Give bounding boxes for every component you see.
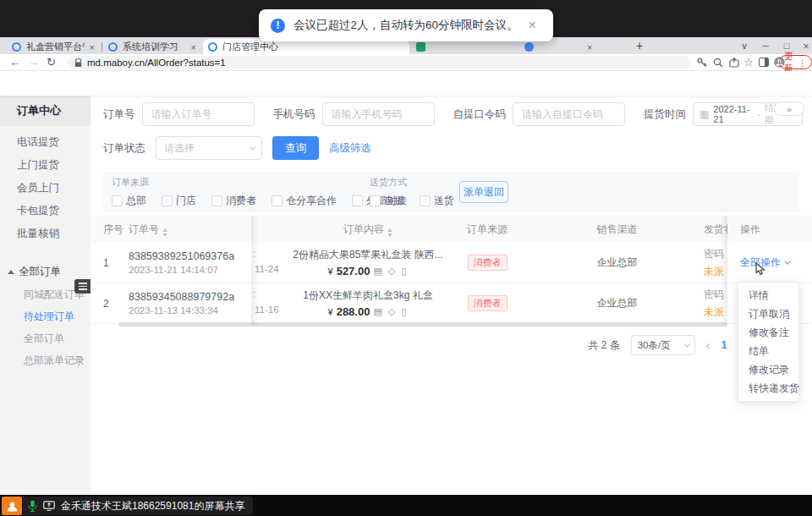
reload-icon[interactable]: ↻ [47, 56, 56, 69]
order-status-select[interactable]: 请选择 [156, 136, 262, 160]
checkbox-source-consumer[interactable]: 消费者 [211, 194, 256, 208]
sort-icon[interactable] [387, 228, 392, 237]
tab-divider [102, 42, 102, 52]
search-button[interactable]: 查询 [272, 136, 319, 160]
date-separator: - [757, 109, 760, 119]
header-order-no[interactable]: 订单号 [129, 222, 251, 237]
browser-tab-1[interactable]: 礼盒营销平台管理中心 × [7, 40, 100, 54]
more-menu-icon[interactable]: ⋮ [798, 58, 808, 68]
side-panel-icon[interactable] [759, 58, 769, 67]
lock-icon [74, 58, 82, 68]
source-tag: 消费者 [468, 295, 508, 311]
prev-page-button[interactable]: ‹ [706, 338, 710, 352]
checkbox-source-hq[interactable]: 总部 [112, 194, 146, 208]
checkbox-label: 仓分享合作 [286, 194, 337, 208]
table-row-2[interactable]: 2 83859345088979792a 2023-11-13 14:33:34… [91, 283, 812, 324]
browser-tab-5-partial[interactable]: × [519, 40, 601, 54]
checkbox-label: 总部 [126, 194, 146, 208]
checkbox-icon[interactable] [272, 195, 283, 206]
browser-update-button[interactable]: 更新 ⋮ [779, 55, 812, 69]
collapse-filters-button[interactable]: » [774, 102, 804, 116]
toast-close-icon[interactable]: × [529, 18, 536, 33]
cell-seq: 1 [103, 257, 129, 269]
chevron-down-icon [784, 259, 790, 265]
header-order-source: 订单来源 [444, 222, 530, 237]
address-bar[interactable]: md.maboy.cn/AllOrder?status=1 [68, 56, 690, 69]
tab-close-icon[interactable]: × [587, 42, 592, 52]
page-size-value: 30条/页 [638, 339, 671, 352]
pagination: 共 2 条 30条/页 ‹ 1 › [91, 335, 742, 355]
tab-title: 门店管理中心 [222, 41, 278, 53]
sort-icon[interactable] [162, 228, 167, 237]
share-icon[interactable] [729, 58, 739, 68]
sidebar-item-card-pickup[interactable]: 卡包提货 [0, 200, 91, 222]
tab-close-icon[interactable]: × [90, 42, 95, 52]
order-no-input[interactable] [142, 102, 255, 126]
window-close-button[interactable]: × [796, 37, 812, 54]
checkbox-icon[interactable] [211, 195, 222, 206]
checkbox-icon[interactable] [112, 195, 123, 206]
checkbox-label: 自提 [384, 194, 404, 208]
start-date-value[interactable]: 2022-11-21 [713, 104, 753, 124]
action-menu-item-close-order[interactable]: 结单 [738, 342, 798, 360]
sidebar-collapse-handle[interactable] [74, 279, 91, 294]
checkbox-source-store[interactable]: 门店 [162, 194, 196, 208]
action-menu-item-detail[interactable]: 详情 [738, 286, 798, 305]
cell-order-no: 83859389251069376a 2023-11-21 14:14:07 [129, 250, 251, 275]
header-seq: 序号 [103, 222, 129, 237]
chevron-down-icon [249, 143, 255, 150]
checkbox-label: 门店 [176, 194, 196, 208]
key-icon[interactable] [697, 58, 707, 68]
header-order-content[interactable]: 订单内容 [292, 222, 444, 237]
zoom-icon[interactable] [713, 58, 723, 68]
cell-order-content: 2份精品大果85苹果礼盒装 陕西... ¥ 527.00 ▤ ◇ ▯ [292, 248, 444, 277]
dispatch-return-button[interactable]: 派单退回 [459, 181, 508, 203]
action-menu-item-cancel-order[interactable]: 订单取消 [738, 305, 798, 323]
status-placeholder: 请选择 [164, 141, 195, 156]
sidebar-item-phone-pickup[interactable]: 电话提货 [0, 131, 91, 154]
sidebar-item-door-pickup[interactable]: 上门提货 [0, 154, 91, 177]
browser-tab-4-partial[interactable] [411, 40, 513, 54]
share-user-avatar-icon [2, 497, 22, 515]
page-size-select[interactable]: 30条/页 [631, 335, 695, 355]
checkbox-delivery-deliver[interactable]: 送货 [420, 194, 454, 208]
horizontal-scrollbar[interactable] [118, 322, 727, 327]
order-source-label: 订单来源 [112, 176, 407, 189]
pickup-code-input[interactable] [513, 102, 625, 126]
checkbox-icon[interactable] [420, 195, 431, 206]
checkbox-icon[interactable] [352, 195, 363, 206]
sidebar-section-title: 订单中心 [0, 96, 91, 126]
advanced-filter-link[interactable]: 高级筛选 [329, 141, 371, 156]
new-tab-button[interactable]: + [636, 39, 643, 52]
sidebar-item-member-visit[interactable]: 会员上门 [0, 177, 91, 200]
order-status-label: 订单状态 [103, 141, 145, 156]
site-favicon-icon [12, 42, 21, 52]
checkbox-source-warehouse-share[interactable]: 仓分享合作 [272, 194, 337, 208]
filter-row-2: 订单状态 请选择 查询 高级筛选 [103, 136, 371, 160]
checkbox-icon[interactable] [162, 195, 173, 206]
back-icon[interactable]: ← [9, 56, 20, 69]
sidebar-item-all-orders[interactable]: 全部订单 [0, 327, 91, 349]
sidebar-item-pending-orders[interactable]: 待处理订单 [0, 305, 91, 327]
browser-tab-2[interactable]: 系统培训学习 × [103, 40, 201, 54]
tab-close-icon[interactable]: × [191, 42, 196, 52]
pickup-code-label: 自提口令码 [453, 107, 507, 122]
action-menu-item-to-express[interactable]: 转快递发货 [738, 379, 798, 398]
sidebar-item-batch-verify[interactable]: 批量核销 [0, 222, 91, 245]
sidebar-item-hq-dispatch-records[interactable]: 总部派单记录 [0, 349, 91, 371]
window-minimize-button[interactable]: ─ [755, 37, 776, 54]
bookmark-star-icon[interactable]: ☆ [743, 56, 754, 69]
checkbox-delivery-self-pickup[interactable]: 自提 [370, 194, 404, 208]
forward-icon[interactable]: → [28, 56, 39, 69]
cell-sales-channel: 企业总部 [530, 296, 704, 310]
microphone-icon [28, 500, 37, 512]
table-row-1[interactable]: 1 83859389251069376a 2023-11-21 14:14:07… [91, 243, 812, 283]
action-menu-item-edit-remark[interactable]: 修改备注 [738, 323, 798, 342]
current-page-number[interactable]: 1 [721, 339, 727, 351]
phone-input[interactable] [322, 102, 435, 126]
mouse-cursor-icon [755, 262, 766, 276]
checkbox-icon[interactable] [370, 195, 381, 206]
tab-search-icon[interactable]: ∨ [734, 37, 754, 54]
checkbox-label: 消费者 [226, 194, 256, 208]
action-menu-item-edit-log[interactable]: 修改记录 [738, 360, 798, 379]
